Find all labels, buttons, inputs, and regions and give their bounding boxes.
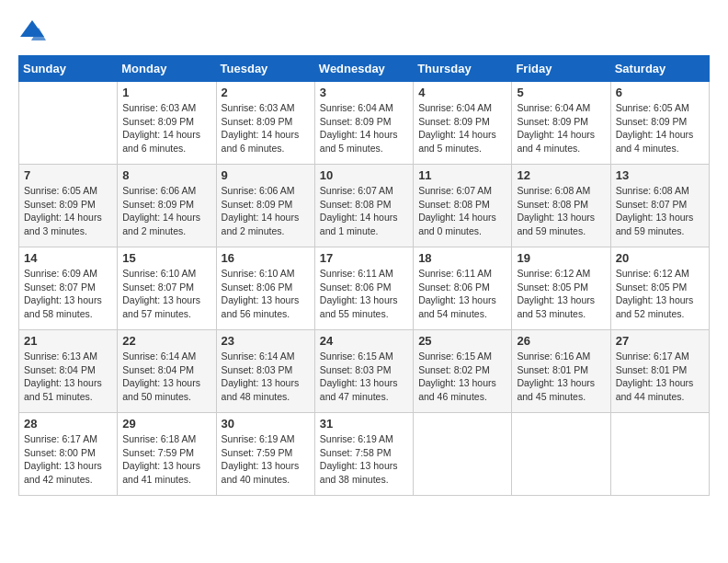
day-number: 18	[418, 251, 506, 265]
page-header	[18, 18, 710, 46]
day-number: 16	[222, 251, 310, 265]
calendar-cell: 19Sunrise: 6:12 AMSunset: 8:05 PMDayligh…	[512, 247, 610, 330]
day-info: Sunrise: 6:19 AMSunset: 7:58 PMDaylight:…	[320, 432, 408, 487]
day-info: Sunrise: 6:17 AMSunset: 8:01 PMDaylight:…	[616, 350, 704, 404]
calendar-cell	[414, 413, 512, 496]
day-number: 30	[222, 417, 310, 431]
calendar-cell: 6Sunrise: 6:05 AMSunset: 8:09 PMDaylight…	[610, 82, 709, 165]
day-info: Sunrise: 6:12 AMSunset: 8:05 PMDaylight:…	[517, 267, 605, 321]
day-info: Sunrise: 6:14 AMSunset: 8:03 PMDaylight:…	[222, 350, 310, 404]
calendar-week: 14Sunrise: 6:09 AMSunset: 8:07 PMDayligh…	[19, 247, 710, 330]
day-info: Sunrise: 6:10 AMSunset: 8:07 PMDaylight:…	[122, 267, 210, 321]
day-info: Sunrise: 6:06 AMSunset: 8:09 PMDaylight:…	[122, 184, 210, 238]
weekday-header: Monday	[118, 56, 216, 82]
day-info: Sunrise: 6:18 AMSunset: 7:59 PMDaylight:…	[122, 432, 210, 487]
day-info: Sunrise: 6:04 AMSunset: 8:09 PMDaylight:…	[418, 101, 506, 155]
calendar-body: 1Sunrise: 6:03 AMSunset: 8:09 PMDaylight…	[19, 82, 710, 496]
day-info: Sunrise: 6:16 AMSunset: 8:01 PMDaylight:…	[517, 350, 605, 404]
day-info: Sunrise: 6:15 AMSunset: 8:02 PMDaylight:…	[418, 350, 506, 404]
day-number: 23	[222, 334, 310, 348]
day-number: 7	[24, 168, 112, 182]
day-number: 31	[320, 417, 408, 431]
day-info: Sunrise: 6:17 AMSunset: 8:00 PMDaylight:…	[24, 432, 112, 487]
logo-icon	[18, 18, 46, 46]
calendar-cell	[610, 413, 709, 496]
calendar-cell: 8Sunrise: 6:06 AMSunset: 8:09 PMDaylight…	[118, 165, 216, 247]
logo	[18, 18, 50, 46]
day-number: 24	[320, 334, 408, 348]
calendar-cell: 7Sunrise: 6:05 AMSunset: 8:09 PMDaylight…	[19, 165, 118, 247]
weekday-header: Friday	[512, 56, 610, 82]
calendar-cell: 18Sunrise: 6:11 AMSunset: 8:06 PMDayligh…	[414, 247, 512, 330]
day-info: Sunrise: 6:09 AMSunset: 8:07 PMDaylight:…	[24, 267, 112, 321]
day-info: Sunrise: 6:04 AMSunset: 8:09 PMDaylight:…	[320, 101, 408, 155]
calendar-cell: 30Sunrise: 6:19 AMSunset: 7:59 PMDayligh…	[216, 413, 314, 496]
calendar-cell: 25Sunrise: 6:15 AMSunset: 8:02 PMDayligh…	[414, 330, 512, 413]
day-info: Sunrise: 6:13 AMSunset: 8:04 PMDaylight:…	[24, 350, 112, 404]
calendar-cell: 23Sunrise: 6:14 AMSunset: 8:03 PMDayligh…	[216, 330, 314, 413]
calendar-cell: 22Sunrise: 6:14 AMSunset: 8:04 PMDayligh…	[118, 330, 216, 413]
calendar-cell: 1Sunrise: 6:03 AMSunset: 8:09 PMDaylight…	[118, 82, 216, 165]
day-info: Sunrise: 6:03 AMSunset: 8:09 PMDaylight:…	[122, 101, 210, 155]
calendar-cell: 2Sunrise: 6:03 AMSunset: 8:09 PMDaylight…	[216, 82, 314, 165]
calendar-cell: 5Sunrise: 6:04 AMSunset: 8:09 PMDaylight…	[512, 82, 610, 165]
calendar-cell: 26Sunrise: 6:16 AMSunset: 8:01 PMDayligh…	[512, 330, 610, 413]
weekday-header: Sunday	[19, 56, 118, 82]
calendar-header: SundayMondayTuesdayWednesdayThursdayFrid…	[19, 56, 710, 82]
calendar-cell: 14Sunrise: 6:09 AMSunset: 8:07 PMDayligh…	[19, 247, 118, 330]
weekday-header: Tuesday	[216, 56, 314, 82]
day-number: 17	[320, 251, 408, 265]
day-info: Sunrise: 6:19 AMSunset: 7:59 PMDaylight:…	[222, 432, 310, 487]
day-info: Sunrise: 6:07 AMSunset: 8:08 PMDaylight:…	[418, 184, 506, 238]
day-number: 29	[122, 417, 210, 431]
day-number: 21	[24, 334, 112, 348]
calendar-cell: 24Sunrise: 6:15 AMSunset: 8:03 PMDayligh…	[314, 330, 413, 413]
calendar-cell: 21Sunrise: 6:13 AMSunset: 8:04 PMDayligh…	[19, 330, 118, 413]
day-number: 26	[517, 334, 605, 348]
day-info: Sunrise: 6:07 AMSunset: 8:08 PMDaylight:…	[320, 184, 408, 238]
day-number: 20	[616, 251, 704, 265]
calendar-cell: 3Sunrise: 6:04 AMSunset: 8:09 PMDaylight…	[314, 82, 413, 165]
calendar-cell: 28Sunrise: 6:17 AMSunset: 8:00 PMDayligh…	[19, 413, 118, 496]
day-info: Sunrise: 6:10 AMSunset: 8:06 PMDaylight:…	[222, 267, 310, 321]
day-number: 3	[320, 86, 408, 99]
calendar-week: 1Sunrise: 6:03 AMSunset: 8:09 PMDaylight…	[19, 82, 710, 165]
day-number: 10	[320, 168, 408, 182]
calendar-cell: 11Sunrise: 6:07 AMSunset: 8:08 PMDayligh…	[414, 165, 512, 247]
calendar-cell: 9Sunrise: 6:06 AMSunset: 8:09 PMDaylight…	[216, 165, 314, 247]
day-number: 14	[24, 251, 112, 265]
day-number: 28	[24, 417, 112, 431]
calendar-cell: 20Sunrise: 6:12 AMSunset: 8:05 PMDayligh…	[610, 247, 709, 330]
calendar-table: SundayMondayTuesdayWednesdayThursdayFrid…	[18, 55, 710, 496]
day-info: Sunrise: 6:08 AMSunset: 8:08 PMDaylight:…	[517, 184, 605, 238]
calendar-week: 28Sunrise: 6:17 AMSunset: 8:00 PMDayligh…	[19, 413, 710, 496]
calendar-cell: 13Sunrise: 6:08 AMSunset: 8:07 PMDayligh…	[610, 165, 709, 247]
day-number: 5	[517, 86, 605, 99]
calendar-cell: 4Sunrise: 6:04 AMSunset: 8:09 PMDaylight…	[414, 82, 512, 165]
calendar-week: 7Sunrise: 6:05 AMSunset: 8:09 PMDaylight…	[19, 165, 710, 247]
calendar-cell: 17Sunrise: 6:11 AMSunset: 8:06 PMDayligh…	[314, 247, 413, 330]
calendar-cell: 10Sunrise: 6:07 AMSunset: 8:08 PMDayligh…	[314, 165, 413, 247]
calendar-cell: 15Sunrise: 6:10 AMSunset: 8:07 PMDayligh…	[118, 247, 216, 330]
weekday-row: SundayMondayTuesdayWednesdayThursdayFrid…	[19, 56, 710, 82]
calendar-cell: 31Sunrise: 6:19 AMSunset: 7:58 PMDayligh…	[314, 413, 413, 496]
day-number: 4	[418, 86, 506, 99]
day-number: 6	[616, 86, 704, 99]
calendar-cell	[19, 82, 118, 165]
day-info: Sunrise: 6:05 AMSunset: 8:09 PMDaylight:…	[24, 184, 112, 238]
day-info: Sunrise: 6:08 AMSunset: 8:07 PMDaylight:…	[616, 184, 704, 238]
day-info: Sunrise: 6:14 AMSunset: 8:04 PMDaylight:…	[122, 350, 210, 404]
day-number: 11	[418, 168, 506, 182]
day-number: 2	[222, 86, 310, 99]
calendar-cell: 16Sunrise: 6:10 AMSunset: 8:06 PMDayligh…	[216, 247, 314, 330]
day-number: 13	[616, 168, 704, 182]
calendar-cell: 29Sunrise: 6:18 AMSunset: 7:59 PMDayligh…	[118, 413, 216, 496]
day-info: Sunrise: 6:15 AMSunset: 8:03 PMDaylight:…	[320, 350, 408, 404]
day-number: 1	[122, 86, 210, 99]
day-number: 19	[517, 251, 605, 265]
day-info: Sunrise: 6:12 AMSunset: 8:05 PMDaylight:…	[616, 267, 704, 321]
calendar-cell: 12Sunrise: 6:08 AMSunset: 8:08 PMDayligh…	[512, 165, 610, 247]
day-number: 15	[122, 251, 210, 265]
day-info: Sunrise: 6:11 AMSunset: 8:06 PMDaylight:…	[418, 267, 506, 321]
weekday-header: Saturday	[610, 56, 709, 82]
